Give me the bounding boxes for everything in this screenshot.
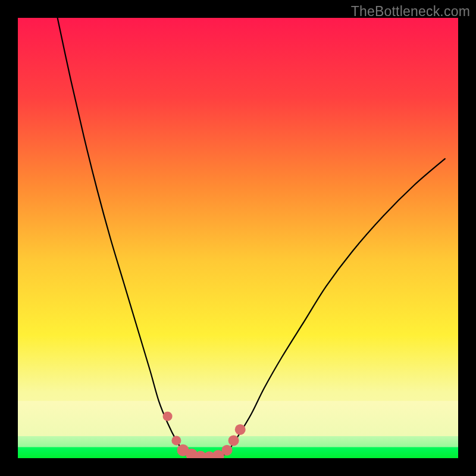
marker-point [228, 435, 239, 446]
marker-point [171, 436, 181, 445]
green-band [18, 447, 458, 459]
chart-container: TheBottleneck.com [0, 0, 476, 476]
plot-area [18, 18, 458, 464]
watermark-text: TheBottleneck.com [351, 4, 470, 20]
marker-point [222, 445, 233, 456]
marker-point [235, 424, 246, 435]
bottleneck-chart [0, 0, 476, 476]
marker-point [163, 412, 173, 421]
gradient-background [18, 18, 458, 458]
